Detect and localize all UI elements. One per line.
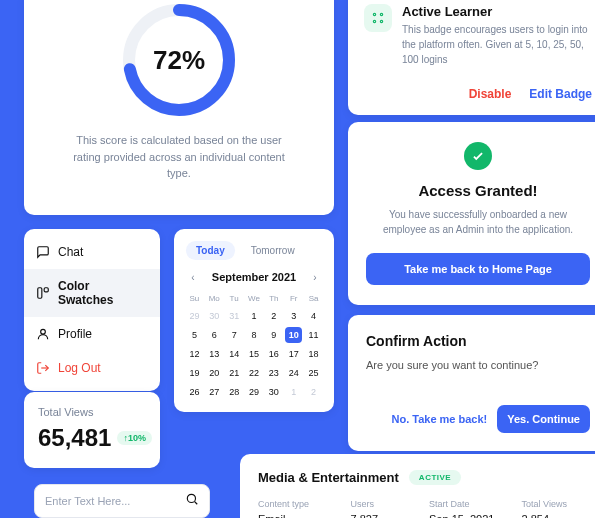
calendar-day[interactable]: 19 [186,365,203,381]
stat-delta-badge: ↑10% [117,431,152,445]
svg-rect-3 [44,288,48,292]
sidebar-item-logout[interactable]: Log Out [24,351,160,385]
calendar-day[interactable]: 1 [285,384,302,400]
table-header: Total Views [522,499,592,509]
score-percent: 72% [119,0,239,120]
access-title: Access Granted! [366,182,590,199]
calendar-day[interactable]: 23 [265,365,282,381]
calendar-day[interactable]: 27 [206,384,223,400]
calendar-day[interactable]: 31 [226,308,243,324]
calendar-day[interactable]: 2 [305,384,322,400]
sidebar-nav: Chat Color Swatches Profile Log Out [24,229,160,391]
calendar-day[interactable]: 13 [206,346,223,362]
calendar-day[interactable]: 7 [226,327,243,343]
calendar-day[interactable]: 14 [226,346,243,362]
svg-point-4 [41,329,46,334]
table-cell: 2,854 [522,513,592,518]
calendar-day[interactable]: 21 [226,365,243,381]
calendar-dow: Mo [206,292,223,305]
search-icon[interactable] [185,492,199,510]
confirm-description: Are you sure you want to continue? [366,359,590,371]
calendar-day[interactable]: 15 [246,346,263,362]
calendar-title: September 2021 [212,271,296,283]
confirm-yes-button[interactable]: Yes. Continue [497,405,590,433]
disable-button[interactable]: Disable [469,87,512,101]
calendar-day[interactable]: 25 [305,365,322,381]
tab-today[interactable]: Today [186,241,235,260]
logout-icon [36,361,50,375]
calendar-grid: SuMoTuWeThFrSa29303112345678910111213141… [186,292,322,400]
search-input[interactable] [45,495,185,507]
calendar-prev-icon[interactable]: ‹ [186,270,200,284]
profile-icon [36,327,50,341]
calendar-dow: We [246,292,263,305]
check-circle-icon [464,142,492,170]
svg-point-9 [380,20,382,22]
svg-rect-2 [38,288,42,299]
calendar-day[interactable]: 24 [285,365,302,381]
sidebar-item-chat[interactable]: Chat [24,235,160,269]
access-description: You have successfully onboarded a new em… [366,207,590,237]
calendar-day[interactable]: 29 [246,384,263,400]
table-cell: 7,827 [351,513,421,518]
sidebar-item-color-swatches[interactable]: Color Swatches [24,269,160,317]
table-header: Start Date [429,499,514,509]
calendar-day[interactable]: 2 [265,308,282,324]
calendar-dow: Tu [226,292,243,305]
table-header: Users [351,499,421,509]
table-cell: Sep 15, 2021 [429,513,514,518]
calendar-day[interactable]: 17 [285,346,302,362]
calendar-day[interactable]: 3 [285,308,302,324]
sidebar-item-label: Log Out [58,361,101,375]
svg-point-8 [373,20,375,22]
calendar-day[interactable]: 28 [226,384,243,400]
table-cell: Email [258,513,343,518]
calendar-day[interactable]: 5 [186,327,203,343]
edit-badge-button[interactable]: Edit Badge [529,87,592,101]
calendar-day[interactable]: 8 [246,327,263,343]
sidebar-item-profile[interactable]: Profile [24,317,160,351]
sidebar-item-label: Profile [58,327,92,341]
calendar-day[interactable]: 16 [265,346,282,362]
tab-tomorrow[interactable]: Tomorrow [241,241,305,260]
calendar-day[interactable]: 11 [305,327,322,343]
confirm-dialog: Confirm Action Are you sure you want to … [348,315,595,451]
score-card: 72% This score is calculated based on th… [24,0,334,215]
svg-point-7 [380,13,382,15]
search-box[interactable] [34,484,210,518]
calendar-day[interactable]: 1 [246,308,263,324]
calendar-dow: Th [265,292,282,305]
calendar-dow: Fr [285,292,302,305]
calendar-day[interactable]: 18 [305,346,322,362]
table-title: Media & Entertainment [258,470,399,485]
calendar-day[interactable]: 30 [206,308,223,324]
calendar-day[interactable]: 29 [186,308,203,324]
badge-title: Active Learner [402,4,592,19]
home-page-button[interactable]: Take me back to Home Page [366,253,590,285]
calendar-day[interactable]: 9 [265,327,282,343]
status-badge: ACTIVE [409,470,461,485]
chat-icon [36,245,50,259]
calendar-day[interactable]: 12 [186,346,203,362]
calendar-next-icon[interactable]: › [308,270,322,284]
calendar-day[interactable]: 6 [206,327,223,343]
calendar-day[interactable]: 22 [246,365,263,381]
calendar-dow: Sa [305,292,322,305]
sidebar-item-label: Chat [58,245,83,259]
media-table-card: Media & Entertainment ACTIVE Content typ… [240,454,595,518]
stat-label: Total Views [38,406,146,418]
confirm-no-button[interactable]: No. Take me back! [391,413,487,425]
sidebar-item-label: Color Swatches [58,279,148,307]
confirm-title: Confirm Action [366,333,590,349]
calendar-dow: Su [186,292,203,305]
calendar-day[interactable]: 30 [265,384,282,400]
calendar-day[interactable]: 20 [206,365,223,381]
table-header: Content type [258,499,343,509]
badge-card: Active Learner This badge encourages use… [348,0,595,115]
svg-point-6 [373,13,375,15]
calendar-day[interactable]: 10 [285,327,302,343]
calendar-day[interactable]: 4 [305,308,322,324]
calendar-day[interactable]: 26 [186,384,203,400]
badge-description: This badge encourages users to login int… [402,22,592,67]
stat-card: Total Views 65,481 ↑10% [24,392,160,468]
